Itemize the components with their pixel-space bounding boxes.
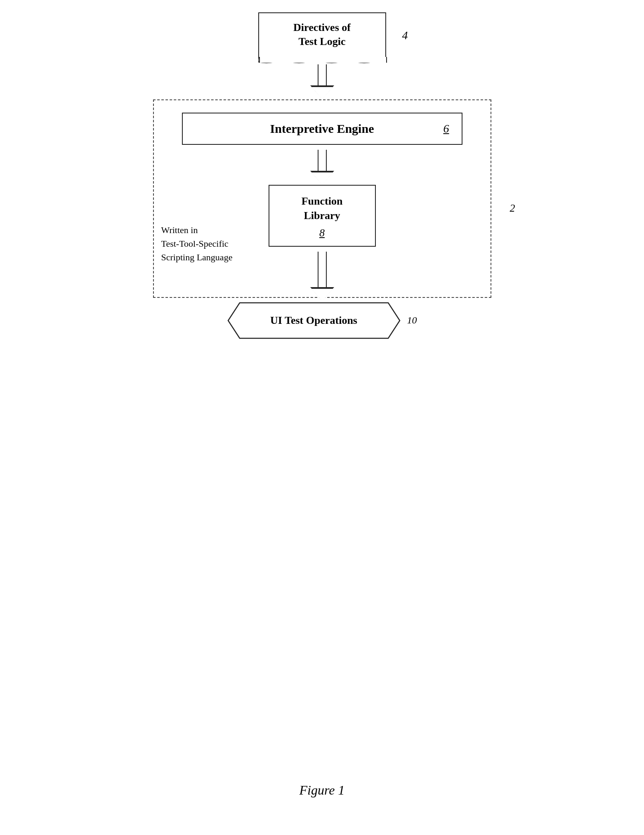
ref-label-4: 4 [402, 29, 408, 42]
directives-box: Directives of Test Logic 4 [258, 12, 386, 59]
ref-label-10: 10 [407, 315, 417, 326]
ref-label-8: 8 [279, 227, 365, 239]
arrow-1 [311, 64, 333, 99]
diagram-container: Directives of Test Logic 4 Interpretive … [137, 12, 508, 339]
ui-ops-container: UI Test Operations 10 [227, 302, 417, 339]
ui-ops-label: UI Test Operations [270, 314, 357, 327]
function-label: Function Library [302, 195, 343, 222]
dashed-box: Interpretive Engine 6 Function Library 8… [153, 99, 491, 298]
directives-wavy-bottom [258, 58, 386, 64]
engine-box: Interpretive Engine 6 [182, 113, 462, 145]
ui-ops-box: UI Test Operations [227, 302, 401, 339]
ref-label-6: 6 [443, 122, 449, 135]
directives-label: Directives of Test Logic [293, 21, 351, 47]
arrow-3 [311, 252, 333, 301]
figure-caption: Figure 1 [300, 783, 345, 798]
written-in-label: Written in Test-Tool-Specific Scripting … [161, 223, 233, 264]
ref-label-2: 2 [510, 202, 515, 215]
arrow-2 [311, 150, 333, 185]
function-library-box: Function Library 8 [269, 185, 376, 247]
engine-label: Interpretive Engine [270, 122, 374, 135]
